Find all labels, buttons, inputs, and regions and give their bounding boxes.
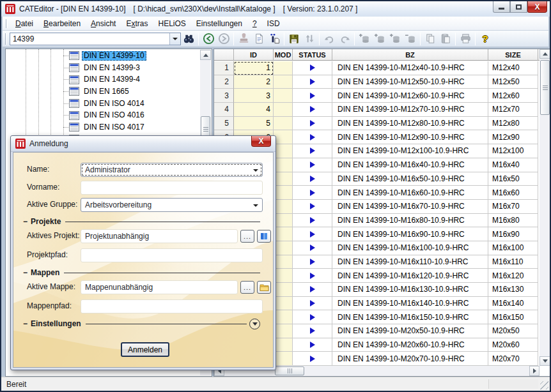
stamp-button[interactable] — [237, 32, 251, 46]
grid-cell-mod[interactable] — [274, 227, 293, 241]
grid-cell-id[interactable]: 3 — [234, 89, 274, 103]
minimize-button[interactable] — [493, 1, 510, 13]
grid-cell-mod[interactable] — [274, 61, 293, 75]
grid-cell-mod[interactable] — [274, 214, 293, 228]
grid-cell-mod[interactable] — [274, 186, 293, 200]
help-button[interactable]: ? — [478, 32, 492, 46]
add-record-alt-button[interactable] — [373, 32, 387, 46]
grid-cell-mod[interactable] — [274, 144, 293, 158]
resize-grip[interactable] — [540, 381, 548, 389]
grid-cell-mod[interactable] — [274, 89, 293, 103]
grid-cell-mod[interactable] — [274, 103, 293, 117]
menu-item[interactable]: Datei — [10, 18, 38, 29]
undo-button[interactable] — [322, 32, 336, 46]
dialog-close-button[interactable]: X — [251, 136, 271, 147]
table-row[interactable]: 4 4 DIN EN 14399-10-M12x70-10.9-HRC M12x… — [214, 103, 539, 117]
section-collapse-icon[interactable]: − — [23, 217, 27, 226]
menu-item[interactable]: Einstellungen — [191, 18, 247, 29]
grid-cell-mod[interactable] — [274, 338, 293, 352]
add-record-button[interactable] — [357, 32, 371, 46]
delete-record-button[interactable] — [403, 32, 417, 46]
mappe-folder-button[interactable] — [257, 281, 271, 294]
close-button[interactable]: X — [527, 1, 547, 13]
vorname-input[interactable] — [81, 181, 263, 195]
tree-item[interactable]: DIN EN ISO 4017 — [6, 121, 199, 133]
grid-cell-id[interactable]: 2 — [234, 75, 274, 89]
document-button[interactable] — [252, 32, 266, 46]
section-collapse-icon[interactable]: − — [23, 268, 27, 277]
grid-scroll-up-button[interactable] — [539, 49, 550, 59]
grid-cell-mod[interactable] — [274, 269, 293, 283]
grid-scroll-right-button[interactable] — [529, 366, 539, 376]
grid-cell-mod[interactable] — [274, 158, 293, 172]
grid-header-id[interactable]: ID — [234, 49, 274, 60]
grid-cell-id[interactable]: 1 — [234, 61, 274, 75]
grid-vscrollbar-thumb[interactable] — [540, 60, 550, 115]
paste-button[interactable] — [438, 32, 453, 46]
menu-item[interactable]: Ansicht — [86, 18, 121, 29]
tree-item[interactable]: DIN EN 14399-10 — [6, 50, 199, 62]
grid-vscrollbar[interactable] — [539, 49, 550, 366]
grid-cell-mod[interactable] — [274, 352, 293, 366]
section-collapse-icon[interactable]: − — [23, 319, 27, 328]
grid-cell-mod[interactable] — [274, 130, 293, 144]
grid-cell-mod[interactable] — [274, 297, 293, 311]
grid-scroll-down-button[interactable] — [539, 356, 550, 366]
aktive-mappe-input[interactable]: Mappenunabhängig — [81, 280, 238, 294]
grid-hscrollbar-thumb[interactable] — [275, 366, 304, 375]
grid-header-status[interactable]: STATUS — [293, 49, 332, 60]
grid-cell-id[interactable]: 4 — [234, 103, 274, 117]
search-dropdown-button[interactable] — [169, 33, 180, 45]
tree-item[interactable]: DIN EN 14399-3 — [6, 62, 199, 74]
table-row[interactable]: 1 1 DIN EN 14399-10-M12x40-10.9-HRC M12x… — [214, 61, 539, 75]
grid-cell-mod[interactable] — [274, 117, 293, 131]
menu-item[interactable]: ISD — [262, 18, 285, 29]
name-combobox[interactable]: Administrator — [81, 163, 263, 177]
aktives-projekt-input[interactable]: Projektunabhängig — [81, 229, 238, 243]
print-button[interactable] — [458, 32, 472, 46]
grid-header-bz[interactable]: BZ — [332, 49, 488, 60]
tree-item[interactable]: DIN EN 1665 — [6, 86, 199, 98]
menu-item[interactable]: Extras — [121, 18, 153, 29]
grid-header-rownum[interactable] — [214, 49, 234, 60]
anmelden-button[interactable]: Anmelden — [121, 342, 169, 357]
sort-button[interactable] — [302, 32, 316, 46]
save-button[interactable] — [287, 32, 301, 46]
table-row[interactable]: 2 2 DIN EN 14399-10-M12x50-10.9-HRC M12x… — [214, 75, 539, 89]
tree-item[interactable]: DIN EN 14399-4 — [6, 73, 199, 86]
maximize-button[interactable] — [510, 1, 527, 13]
load-table-button[interactable] — [267, 32, 281, 46]
find-button[interactable] — [182, 32, 196, 46]
search-input[interactable] — [10, 33, 180, 45]
menu-item[interactable]: Bearbeiten — [38, 18, 86, 29]
insert-record-button[interactable] — [388, 32, 402, 46]
tree-item[interactable]: DIN EN ISO 4014 — [6, 98, 199, 110]
redo-button[interactable] — [338, 32, 352, 46]
projekt-browse-button[interactable]: ... — [240, 230, 254, 243]
grid-cell-mod[interactable] — [274, 75, 293, 89]
grid-header-size[interactable]: SIZE — [488, 49, 538, 60]
expand-settings-button[interactable] — [249, 319, 260, 329]
menu-item[interactable]: HELiOS — [153, 18, 191, 29]
tree-scroll-up-button[interactable] — [200, 50, 211, 60]
mappenpfad-input[interactable] — [81, 299, 263, 313]
projektpfad-input[interactable] — [81, 248, 263, 262]
table-row[interactable]: 5 5 DIN EN 14399-10-M12x80-10.9-HRC M12x… — [214, 117, 539, 131]
grid-cell-mod[interactable] — [274, 310, 293, 324]
tree-item[interactable]: DIN EN ISO 4016 — [6, 109, 199, 121]
grid-cell-mod[interactable] — [274, 172, 293, 186]
grid-cell-mod[interactable] — [274, 324, 293, 338]
back-button[interactable] — [201, 32, 215, 46]
grid-cell-id[interactable]: 5 — [234, 117, 274, 131]
grid-cell-mod[interactable] — [274, 241, 293, 255]
grid-header-mod[interactable]: MOD — [274, 49, 293, 60]
copy-button[interactable] — [423, 32, 437, 46]
gruppe-combobox[interactable]: Arbeitsvorbereitung — [81, 198, 263, 212]
grid-cell-mod[interactable] — [274, 283, 293, 297]
mappe-browse-button[interactable]: ... — [240, 281, 254, 294]
menu-item[interactable]: ? — [247, 18, 262, 29]
projekt-book-button[interactable] — [257, 230, 271, 243]
grid-cell-mod[interactable] — [274, 255, 293, 269]
forward-button[interactable] — [217, 32, 231, 46]
grid-cell-mod[interactable] — [274, 200, 293, 214]
